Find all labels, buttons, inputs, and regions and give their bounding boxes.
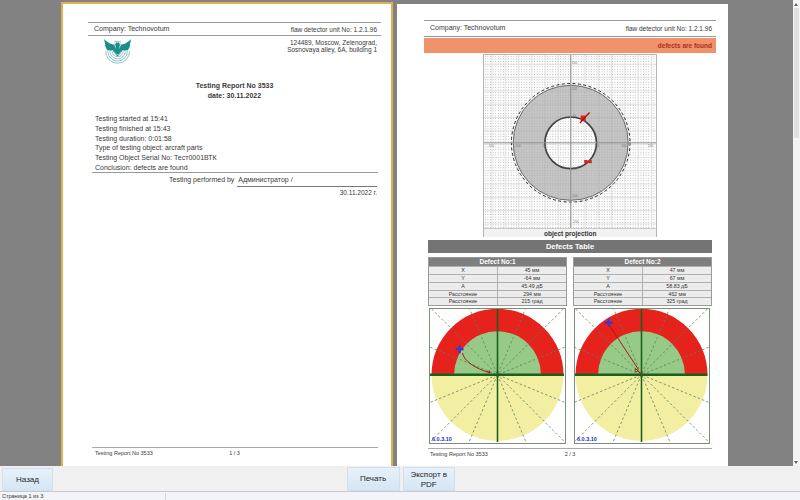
svg-text:150: 150 — [648, 144, 654, 148]
svg-text:-100: -100 — [515, 144, 522, 148]
svg-text:-50: -50 — [542, 144, 547, 148]
svg-text:6.0.3.10: 6.0.3.10 — [577, 436, 597, 442]
svg-text:100: 100 — [622, 144, 628, 148]
svg-text:50: 50 — [573, 114, 577, 118]
svg-text:-150: -150 — [573, 220, 580, 224]
svg-text:6.0.3.10: 6.0.3.10 — [432, 436, 452, 442]
svg-text:150: 150 — [572, 61, 578, 65]
svg-text:50: 50 — [596, 144, 600, 148]
svg-text:-100: -100 — [572, 194, 579, 198]
svg-text:100: 100 — [572, 87, 578, 91]
svg-text:-150: -150 — [488, 144, 495, 148]
svg-text:-50: -50 — [572, 167, 577, 171]
